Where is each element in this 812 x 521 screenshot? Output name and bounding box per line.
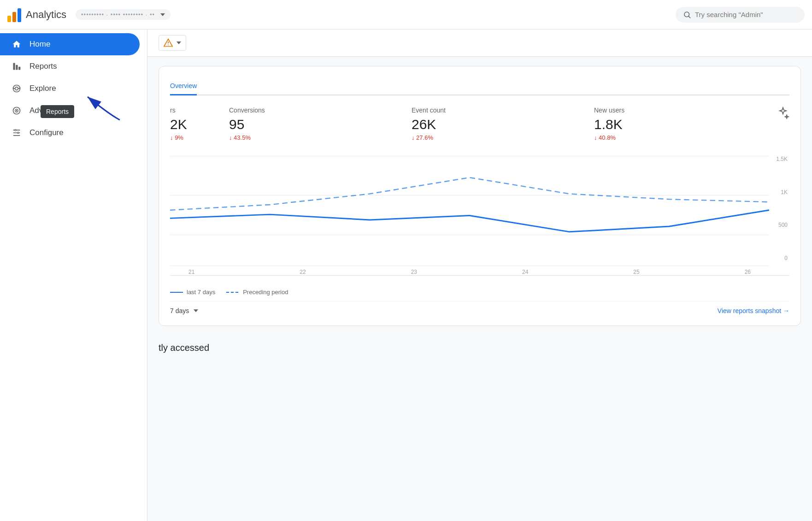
sidebar-item-configure[interactable]: Configure (0, 122, 140, 144)
svg-point-17 (168, 44, 169, 45)
sidebar-item-reports-label: Reports (29, 62, 57, 71)
explore-icon (11, 83, 22, 94)
x-label-24: 24 (522, 269, 528, 275)
metric-conversions-change: ↓ 43.5% (229, 134, 389, 141)
metric-event-count: Event count 26K ↓ 27.6% (412, 107, 572, 141)
logo-bar-3 (18, 8, 21, 22)
svg-line-1 (688, 16, 690, 18)
x-label-22: 22 (300, 269, 306, 275)
tab-bar: Overview (170, 77, 789, 95)
y-label-3: 500 (778, 222, 788, 228)
chart-x-labels: 21 22 23 24 25 26 (179, 265, 769, 275)
metric-conversions: Conversions 95 ↓ 43.5% (229, 107, 389, 141)
period-selector[interactable]: 7 days (170, 307, 198, 314)
metric-partial-value: 2K (170, 117, 207, 132)
metric-partial-change: ↓ 9% (170, 134, 207, 141)
svg-rect-14 (15, 130, 16, 131)
sidebar-item-home-label: Home (29, 40, 50, 49)
sparkle-icon[interactable] (777, 107, 789, 141)
y-label-2: 1K (781, 189, 788, 195)
metric-event-count-value: 26K (412, 117, 572, 132)
account-text: ••••••••• · •••• •••••••• · •• (81, 11, 155, 18)
down-arrow-icon: ↓ (170, 134, 173, 141)
metric-conversions-value: 95 (229, 117, 389, 132)
chevron-down-icon (160, 13, 165, 16)
logo-area: Analytics (7, 7, 66, 22)
warning-chevron-icon (177, 41, 181, 44)
svg-rect-13 (13, 135, 20, 136)
sidebar: Home Reports Explore (0, 30, 147, 521)
card-footer: 7 days View reports snapshot → (170, 301, 789, 314)
toolbar (147, 30, 812, 57)
tab-overview[interactable]: Overview (170, 77, 197, 95)
svg-rect-2 (13, 63, 15, 70)
chart-y-labels: 1.5K 1K 500 0 (771, 156, 789, 261)
search-input[interactable] (695, 11, 787, 18)
x-label-23: 23 (411, 269, 417, 275)
metric-conversions-label: Conversions (229, 107, 389, 114)
x-label-25: 25 (633, 269, 639, 275)
metric-new-users: New users 1.8K ↓ 40.8% (594, 107, 754, 141)
legend-dashed: Preceding period (226, 289, 288, 296)
legend-dashed-label: Preceding period (243, 289, 288, 296)
y-label-4: 0 (784, 255, 788, 261)
metric-event-count-label: Event count (412, 107, 572, 114)
svg-rect-15 (18, 132, 19, 133)
legend-solid-label: last 7 days (187, 289, 215, 296)
metric-event-count-change: ↓ 27.6% (412, 134, 572, 141)
warning-icon (164, 38, 173, 47)
svg-rect-11 (13, 130, 20, 130)
chart-container: 1.5K 1K 500 0 21 22 23 24 (170, 156, 789, 276)
logo-bar-2 (12, 12, 16, 22)
sidebar-item-explore-label: Explore (29, 84, 56, 93)
metrics-row: rs 2K ↓ 9% Conversions 95 ↓ 43.5% Event … (170, 107, 789, 141)
legend-solid: last 7 days (170, 289, 215, 296)
svg-rect-3 (16, 65, 18, 70)
x-label-21: 21 (188, 269, 194, 275)
svg-point-10 (16, 110, 17, 111)
sidebar-item-home[interactable]: Home (0, 33, 140, 55)
main-content: Overview rs 2K ↓ 9% Conversions 95 (147, 30, 812, 521)
metric-new-users-label: New users (594, 107, 754, 114)
app-header: Analytics ••••••••• · •••• •••••••• · •• (0, 0, 812, 30)
svg-rect-4 (18, 67, 20, 70)
search-icon (683, 11, 691, 19)
search-bar[interactable] (676, 7, 805, 23)
svg-point-6 (15, 87, 18, 90)
x-label-26: 26 (745, 269, 751, 275)
period-label: 7 days (170, 307, 189, 314)
advertising-icon (11, 105, 22, 116)
reports-tooltip: Reports (41, 105, 74, 118)
home-icon (11, 39, 22, 50)
legend-solid-line (170, 292, 183, 293)
configure-icon (11, 127, 22, 138)
recently-section: tly accessed (147, 335, 812, 361)
account-selector[interactable]: ••••••••• · •••• •••••••• · •• (76, 9, 171, 20)
warning-button[interactable] (159, 35, 186, 51)
sidebar-item-configure-label: Configure (29, 128, 64, 137)
metric-partial-label: rs (170, 107, 207, 114)
app-title: Analytics (26, 9, 66, 21)
legend-dashed-line (226, 292, 239, 293)
reports-icon (11, 61, 22, 72)
metric-partial: rs 2K ↓ 9% (170, 107, 207, 141)
metric-new-users-value: 1.8K (594, 117, 754, 132)
logo-bar-1 (7, 16, 11, 22)
chart-legend: last 7 days Preceding period (170, 283, 789, 301)
dashboard-card: Overview rs 2K ↓ 9% Conversions 95 (159, 66, 801, 326)
period-chevron-icon (194, 309, 198, 312)
view-reports-link[interactable]: View reports snapshot → (718, 307, 789, 314)
analytics-logo (7, 7, 21, 22)
tab-overview-label: Overview (170, 82, 197, 89)
sidebar-item-reports[interactable]: Reports (0, 55, 140, 77)
y-label-1: 1.5K (776, 156, 788, 162)
chart-svg (170, 156, 769, 275)
recently-title: tly accessed (159, 343, 801, 353)
metric-new-users-change: ↓ 40.8% (594, 134, 754, 141)
sidebar-item-explore[interactable]: Explore (0, 77, 140, 100)
app-body: Home Reports Explore (0, 30, 812, 521)
